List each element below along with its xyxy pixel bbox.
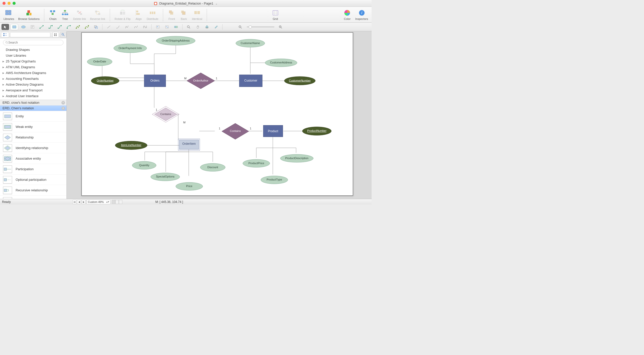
rel-contains-2[interactable]: Contains bbox=[222, 123, 249, 139]
erd-shapes: OrderDate OrderPayment Info OrderShippin… bbox=[82, 33, 353, 195]
sidebar-search-input[interactable] bbox=[8, 41, 61, 44]
attr-customeraddress[interactable]: CustomerAddress bbox=[265, 59, 297, 67]
attr-price[interactable]: Price bbox=[176, 182, 203, 190]
key-itemlinenumber[interactable]: ItemLineNumber bbox=[115, 141, 147, 150]
palette-item[interactable]: Participation bbox=[0, 164, 66, 174]
sidebar-view-search[interactable] bbox=[60, 32, 66, 38]
attr-productdescription[interactable]: ProductDescription bbox=[280, 154, 313, 162]
sidebar-filter-input[interactable] bbox=[10, 32, 50, 37]
stamp-tool[interactable] bbox=[203, 24, 211, 30]
library-row[interactable]: ▶Android User Interface bbox=[0, 93, 66, 99]
connector-tool-4[interactable] bbox=[65, 24, 73, 30]
canvas-scroll[interactable]: OrderDate OrderPayment Info OrderShippin… bbox=[67, 31, 372, 199]
sidebar-tab-tree[interactable] bbox=[1, 32, 9, 38]
line-tool-5[interactable] bbox=[141, 24, 149, 30]
library-row[interactable]: ▶ATM UML Diagrams bbox=[0, 64, 66, 70]
attr-specialoptions[interactable]: SpecialOptions bbox=[151, 173, 180, 181]
close-icon[interactable]: × bbox=[61, 106, 65, 110]
key-customernumber[interactable]: CustomerNumber bbox=[284, 77, 315, 85]
attr-discount[interactable]: Discount bbox=[200, 163, 225, 171]
line-tool-2[interactable] bbox=[114, 24, 122, 30]
color-button[interactable]: Color bbox=[342, 8, 353, 21]
entity-customer[interactable]: Customer bbox=[239, 75, 262, 87]
zoom-select[interactable]: Custom 49%▴▾ bbox=[87, 200, 111, 204]
zoom-tool[interactable] bbox=[185, 24, 193, 30]
title-dropdown-icon[interactable]: ⌄ bbox=[215, 2, 218, 5]
svg-rect-73 bbox=[157, 26, 158, 27]
zoom-out-button[interactable] bbox=[237, 24, 244, 30]
attr-orderdate[interactable]: OrderDate bbox=[87, 58, 112, 66]
connector-tool-3[interactable] bbox=[56, 24, 63, 30]
connector-tool-2[interactable] bbox=[47, 24, 54, 30]
entity-orderitem[interactable]: OrderItem bbox=[178, 139, 200, 150]
close-icon[interactable]: × bbox=[61, 101, 65, 104]
palette-item[interactable]: Entity bbox=[0, 111, 66, 122]
hand-tool[interactable] bbox=[194, 24, 202, 30]
key-productnumber[interactable]: ProductNumber bbox=[302, 127, 331, 135]
connector-tool-6[interactable] bbox=[83, 24, 91, 30]
page-prev[interactable]: ◀ bbox=[77, 200, 81, 204]
grid-button[interactable]: Grid bbox=[270, 8, 281, 21]
library-row[interactable]: ▶Aerospace and Transport bbox=[0, 87, 66, 93]
attr-orderpayment[interactable]: OrderPayment Info bbox=[114, 44, 147, 53]
library-row[interactable]: Drawing Shapes bbox=[0, 47, 66, 53]
diagram-page[interactable]: OrderDate OrderPayment Info OrderShippin… bbox=[81, 32, 353, 196]
library-row[interactable]: User Libraries bbox=[0, 53, 66, 58]
sidebar-view-grid[interactable] bbox=[52, 32, 59, 38]
library-row[interactable]: ▶Active Directory Diagrams bbox=[0, 82, 66, 87]
entity-product[interactable]: Product bbox=[263, 125, 283, 137]
line-tool-3[interactable] bbox=[123, 24, 131, 30]
sidebar-search[interactable] bbox=[3, 40, 63, 45]
eyedropper-tool[interactable] bbox=[212, 24, 220, 30]
svg-line-10 bbox=[51, 12, 53, 13]
attr-ordershipping[interactable]: OrderShippingAddress bbox=[156, 36, 195, 45]
attr-customername[interactable]: CustomerName bbox=[236, 39, 265, 47]
connector-tool-5[interactable] bbox=[74, 24, 82, 30]
palette-item[interactable]: Identifying relationship bbox=[0, 143, 66, 153]
palette-item[interactable]: Associative entity bbox=[0, 153, 66, 164]
palette-item[interactable]: Optional participation bbox=[0, 174, 66, 185]
rect-tool[interactable] bbox=[11, 24, 18, 30]
maximize-button[interactable] bbox=[13, 2, 16, 5]
library-row[interactable]: ▶AWS Architecture Diagrams bbox=[0, 70, 66, 76]
chain-button[interactable]: Chain bbox=[47, 8, 58, 21]
connector-tool-1[interactable] bbox=[38, 24, 45, 30]
tree-button[interactable]: Tree bbox=[59, 8, 70, 21]
palette-item[interactable]: Recursive relationship bbox=[0, 185, 66, 196]
library-tab[interactable]: ERD, crow's foot notation× bbox=[0, 100, 66, 105]
identical-icon bbox=[193, 9, 201, 17]
close-button[interactable] bbox=[3, 2, 6, 5]
entity-orders[interactable]: Orders bbox=[144, 75, 166, 87]
page-first[interactable]: ⏮ bbox=[73, 200, 77, 204]
inspectors-button[interactable]: iInspectors bbox=[354, 8, 370, 21]
attr-producttype[interactable]: ProductType bbox=[261, 176, 288, 184]
page-next[interactable]: ▶ bbox=[82, 200, 86, 204]
line-tool-1[interactable] bbox=[105, 24, 113, 30]
pointer-tool[interactable] bbox=[2, 24, 9, 30]
browse-solutions-button[interactable]: Browse Solutions bbox=[17, 8, 41, 21]
key-ordernumber[interactable]: OrderNumber bbox=[91, 77, 119, 85]
attr-quantity[interactable]: Quantity bbox=[132, 161, 156, 169]
attr-productprice[interactable]: ProductPrice bbox=[243, 159, 270, 167]
back-icon bbox=[180, 9, 188, 17]
group-tool-2[interactable] bbox=[163, 24, 171, 30]
rel-orderauthor[interactable]: OrderAuthor bbox=[187, 73, 215, 89]
group-tool-1[interactable] bbox=[154, 24, 162, 30]
palette-item[interactable]: Attribute bbox=[0, 196, 66, 199]
library-row[interactable]: ▶Accounting Flowcharts bbox=[0, 76, 66, 82]
zoom-in-button[interactable] bbox=[277, 24, 284, 30]
page-thumbs[interactable] bbox=[112, 200, 122, 204]
group-tool-3[interactable] bbox=[172, 24, 180, 30]
text-tool[interactable] bbox=[29, 24, 36, 30]
ellipse-tool[interactable] bbox=[20, 24, 27, 30]
palette-item[interactable]: Relationship bbox=[0, 132, 66, 143]
crop-tool[interactable] bbox=[92, 24, 100, 30]
libraries-button[interactable]: Libraries bbox=[2, 8, 16, 21]
library-tab-selected[interactable]: ERD, Chen's notation× bbox=[0, 105, 66, 111]
minimize-button[interactable] bbox=[8, 2, 11, 5]
library-row[interactable]: ▶25 Typical Orgcharts bbox=[0, 58, 66, 64]
palette-item[interactable]: Weak entity bbox=[0, 122, 66, 132]
zoom-slider[interactable] bbox=[247, 26, 274, 27]
line-tool-4[interactable] bbox=[132, 24, 140, 30]
weak-entity-icon bbox=[3, 123, 12, 131]
